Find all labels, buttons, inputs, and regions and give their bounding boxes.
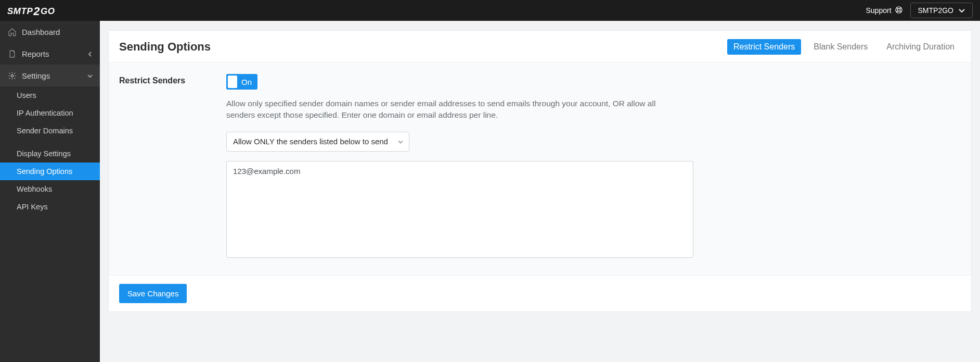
save-button[interactable]: Save Changes — [119, 284, 187, 303]
toggle-state-label: On — [237, 78, 256, 86]
sidebar-item-reports[interactable]: Reports — [0, 43, 100, 65]
restrict-senders-help: Allow only specified sender domain names… — [226, 98, 684, 121]
support-link[interactable]: Support — [866, 6, 902, 16]
sidebar-item-ip-authentication[interactable]: IP Authentication — [0, 104, 100, 122]
account-label: SMTP2GO — [918, 6, 953, 15]
chevron-down-icon — [87, 71, 93, 80]
svg-line-3 — [900, 7, 901, 8]
sidebar-item-label: Sender Domains — [17, 127, 73, 135]
sidebar-item-sending-options[interactable]: Sending Options — [0, 163, 100, 180]
tab-label: Archiving Duration — [886, 42, 955, 51]
chevron-down-icon — [959, 6, 965, 15]
svg-line-2 — [896, 7, 897, 8]
restrict-senders-toggle[interactable]: On — [226, 74, 257, 90]
tab-archiving-duration[interactable]: Archiving Duration — [880, 39, 961, 55]
sidebar-item-display-settings[interactable]: Display Settings — [0, 145, 100, 163]
sidebar-item-dashboard[interactable]: Dashboard — [0, 21, 100, 43]
tab-label: Blank Senders — [814, 42, 868, 51]
tab-label: Restrict Senders — [733, 42, 795, 51]
sidebar-item-label: Webhooks — [17, 185, 52, 193]
sidebar-item-label: Display Settings — [17, 149, 71, 158]
support-label: Support — [866, 6, 891, 15]
sending-options-card: Sending Options Restrict Senders Blank S… — [108, 30, 972, 312]
main-content: Sending Options Restrict Senders Blank S… — [100, 21, 980, 362]
svg-line-4 — [896, 11, 897, 12]
sidebar-item-label: Users — [17, 91, 36, 99]
topbar: SMTP2GO Support SMTP2GO — [0, 0, 980, 21]
account-menu-button[interactable]: SMTP2GO — [910, 3, 973, 18]
home-icon — [7, 27, 17, 36]
sidebar-item-settings[interactable]: Settings — [0, 65, 100, 86]
restrict-senders-label: Restrict Senders — [119, 74, 216, 259]
select-value: Allow ONLY the senders listed below to s… — [233, 137, 388, 146]
tab-blank-senders[interactable]: Blank Senders — [807, 39, 874, 55]
chevron-left-icon — [87, 49, 93, 58]
sidebar-item-label: Dashboard — [22, 28, 60, 36]
tab-restrict-senders[interactable]: Restrict Senders — [727, 39, 801, 55]
gear-icon — [7, 71, 17, 80]
svg-point-1 — [897, 8, 900, 11]
sidebar-item-users[interactable]: Users — [0, 86, 100, 104]
sidebar-item-api-keys[interactable]: API Keys — [0, 198, 100, 216]
logo: SMTP2GO — [7, 4, 55, 17]
document-icon — [7, 49, 17, 58]
sidebar-item-label: Reports — [22, 49, 49, 58]
sidebar-item-label: Settings — [22, 71, 50, 80]
toggle-knob — [228, 76, 237, 88]
sidebar-item-label: API Keys — [17, 203, 48, 211]
save-button-label: Save Changes — [127, 289, 178, 298]
svg-line-5 — [900, 11, 901, 12]
svg-point-6 — [11, 74, 13, 77]
sidebar-item-webhooks[interactable]: Webhooks — [0, 180, 100, 198]
senders-textarea[interactable] — [226, 161, 693, 258]
sidebar-item-sender-domains[interactable]: Sender Domains — [0, 122, 100, 140]
sender-mode-select[interactable]: Allow ONLY the senders listed below to s… — [226, 132, 409, 152]
lifebuoy-icon — [895, 6, 903, 16]
sidebar-item-label: IP Authentication — [17, 109, 73, 117]
sidebar-item-label: Sending Options — [17, 167, 72, 176]
sidebar: Dashboard Reports Settings Users — [0, 21, 100, 362]
page-title: Sending Options — [119, 40, 211, 54]
tabs: Restrict Senders Blank Senders Archiving… — [727, 39, 961, 55]
